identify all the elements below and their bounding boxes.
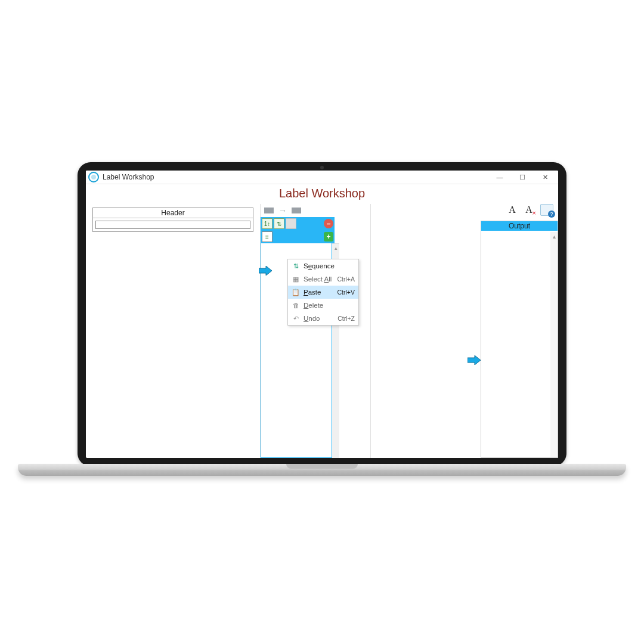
sequence-icon: ⇅ (292, 262, 300, 270)
output-scrollbar[interactable]: ▴ (550, 232, 558, 457)
camera-dot (320, 166, 324, 169)
laptop-base (18, 464, 626, 476)
svg-marker-0 (259, 266, 272, 275)
context-menu-label: Select All (304, 275, 332, 283)
app-icon (88, 172, 99, 182)
trash-icon: 🗑 (292, 301, 300, 309)
tool-block-left-icon[interactable] (264, 208, 274, 213)
context-menu-item-ndo: ↶UndoCtrl+Z (288, 312, 358, 325)
window-title: Label Workshop (103, 173, 154, 181)
close-button[interactable]: ✕ (540, 172, 550, 182)
context-menu-label: Delete (304, 302, 323, 309)
right-column: Output ▴ (481, 204, 558, 458)
laptop-frame: Label Workshop — ☐ ✕ Label Workshop A A (78, 162, 566, 484)
screen-bezel: Label Workshop — ☐ ✕ Label Workshop A A (78, 162, 566, 466)
context-menu-label: Paste (304, 289, 321, 296)
context-menu-item-quence[interactable]: ⇅Sequence (288, 259, 358, 273)
sort-numeric-icon[interactable]: 1↕ (262, 218, 273, 229)
context-menu-shortcut: Ctrl+Z (338, 315, 355, 322)
selection-strip[interactable]: 1↕ ⇅ – ≡ + (261, 217, 335, 243)
menu-lines-icon[interactable]: ≡ (262, 231, 273, 242)
context-menu[interactable]: ⇅Sequence▦Select AllCtrl+A📋PasteCtrl+V🗑D… (287, 259, 359, 326)
context-menu-item-ll: ▦Select AllCtrl+A (288, 273, 358, 286)
add-icon[interactable]: + (324, 232, 333, 242)
annotation-arrow-left (259, 266, 272, 275)
middle-column: → 1↕ ⇅ – ≡ + (260, 204, 371, 458)
header-panel: Header (92, 208, 254, 232)
header-input[interactable] (95, 221, 251, 229)
remove-icon[interactable]: – (324, 219, 333, 228)
laptop-notch (286, 464, 358, 469)
sequence-glyph-icon[interactable]: ⇅ (274, 218, 284, 229)
gap-column (371, 204, 481, 458)
titlebar: Label Workshop — ☐ ✕ (86, 171, 558, 184)
minimize-button[interactable]: — (495, 172, 504, 182)
header-panel-title: Header (93, 208, 253, 218)
middle-toolbar: → (261, 204, 370, 217)
scroll-up-icon[interactable]: ▴ (332, 244, 339, 252)
page-title: Label Workshop (86, 184, 558, 204)
blank-slot-icon[interactable] (286, 218, 296, 229)
output-panel: Output ▴ (481, 221, 558, 458)
context-menu-label: Sequence (304, 262, 335, 270)
context-menu-shortcut: Ctrl+A (338, 275, 355, 283)
window-controls: — ☐ ✕ (495, 172, 556, 182)
output-panel-title: Output (481, 221, 558, 231)
context-menu-shortcut: Ctrl+V (338, 289, 355, 296)
tool-block-right-icon[interactable] (292, 208, 301, 213)
context-menu-label: Undo (304, 315, 320, 322)
undo-icon: ↶ (292, 314, 300, 323)
paste-icon: 📋 (292, 288, 300, 296)
tool-arrow-icon[interactable]: → (278, 206, 287, 215)
context-menu-item-elete: 🗑Delete (288, 299, 358, 312)
grid-icon: ▦ (292, 275, 300, 283)
annotation-arrow-right (467, 355, 481, 365)
svg-marker-1 (467, 355, 481, 365)
output-scroll-up-icon[interactable]: ▴ (550, 232, 558, 240)
app-window: Label Workshop — ☐ ✕ Label Workshop A A (86, 171, 558, 458)
content-area: Header → 1↕ ⇅ (86, 204, 558, 458)
left-column: Header (86, 204, 260, 458)
maximize-button[interactable]: ☐ (518, 172, 527, 182)
context-menu-item-aste[interactable]: 📋PasteCtrl+V (288, 286, 358, 299)
